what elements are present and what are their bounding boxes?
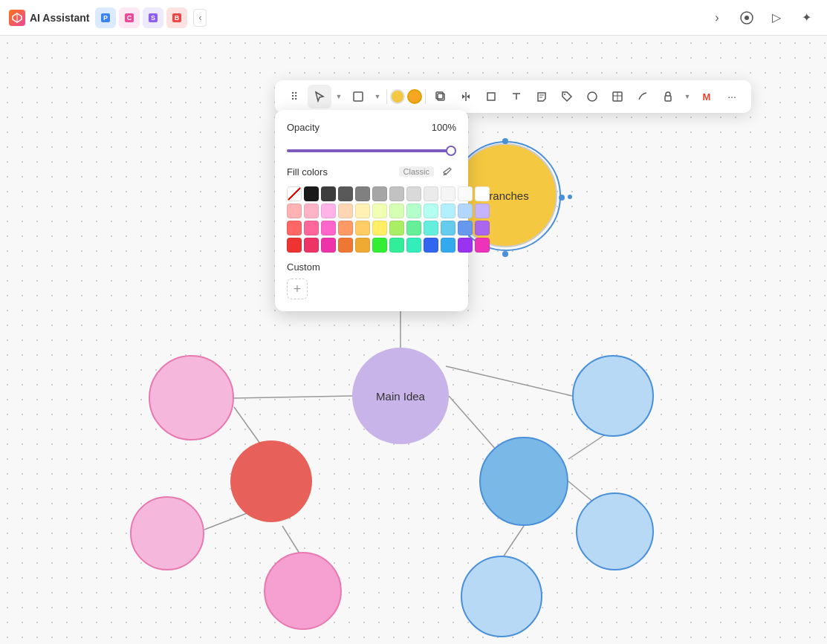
color-mid-red[interactable] [287, 221, 302, 235]
misc-btn[interactable]: ✦ [794, 6, 818, 30]
color-pastel-skyblue[interactable] [458, 204, 473, 218]
share-btn[interactable] [735, 6, 759, 30]
toolbar-shape-tool[interactable] [580, 85, 604, 108]
toolbar-shapes[interactable] [346, 85, 370, 108]
color-pastel-orange[interactable] [338, 204, 353, 218]
header: AI Assistant P C S B ‹ › ▷ ✦ [0, 0, 827, 36]
color-vivid-orange[interactable] [338, 238, 353, 253]
color-pastel-pink[interactable] [304, 204, 319, 218]
svg-marker-26 [462, 94, 465, 99]
toolbar-duplicate[interactable] [429, 85, 453, 108]
opacity-label: Opacity [287, 122, 320, 133]
color-mid-rose[interactable] [321, 221, 336, 235]
color-pastel-lavender[interactable] [475, 204, 490, 218]
app-icon-p[interactable]: P [95, 7, 116, 28]
color-nearwhite[interactable] [458, 186, 473, 201]
color-vivid-pink[interactable] [304, 238, 319, 253]
color-black[interactable] [304, 186, 319, 201]
color-lightgray1[interactable] [389, 186, 404, 201]
color-almostwhite[interactable] [441, 186, 455, 201]
toolbar-table[interactable] [606, 85, 629, 108]
app-icon-b[interactable]: B [166, 7, 187, 28]
toolbar-drag-handle[interactable]: ⠿ [282, 85, 306, 108]
stroke-color-swatch[interactable] [407, 89, 422, 104]
color-pastel-lime[interactable] [389, 204, 404, 218]
toolbar-shapes-dropdown[interactable]: ▼ [372, 85, 383, 108]
color-vivid-skyblue[interactable] [441, 238, 455, 253]
logo-icon [9, 10, 25, 26]
custom-add-btn[interactable]: + [287, 279, 308, 299]
node-blue-large[interactable] [479, 437, 568, 526]
color-mid-pink[interactable] [304, 221, 319, 235]
color-pastel-red[interactable] [287, 204, 302, 218]
color-mid-green[interactable] [406, 221, 421, 235]
header-collapse-btn[interactable]: ‹ [193, 9, 207, 27]
color-mid-blue[interactable] [458, 221, 473, 235]
color-mid-violet[interactable] [475, 221, 490, 235]
node-lightblue-bottom[interactable] [461, 556, 542, 637]
color-vivid-violet[interactable] [475, 238, 490, 253]
app-logo: AI Assistant [9, 10, 89, 26]
toolbar-more[interactable]: ··· [720, 85, 744, 108]
toolbar-crop[interactable] [479, 85, 503, 108]
color-pastel-limeyellow[interactable] [372, 204, 387, 218]
app-icon-s[interactable]: S [143, 7, 163, 28]
fill-colors-header: Fill colors Classic [287, 163, 456, 180]
node-main-idea[interactable]: Main Idea [352, 348, 449, 444]
toolbar-tag[interactable] [555, 85, 579, 108]
fill-color-swatch[interactable] [390, 89, 405, 104]
handle-right-outer [568, 195, 572, 199]
color-mid-teal[interactable] [424, 221, 438, 235]
color-mid-yellow[interactable] [372, 221, 387, 235]
play-btn[interactable]: ▷ [765, 6, 788, 30]
node-pink-bottom-left[interactable] [130, 496, 204, 570]
toolbar-text[interactable] [505, 85, 528, 108]
color-mid-amber[interactable] [355, 221, 370, 235]
color-mid-lime[interactable] [389, 221, 404, 235]
expand-btn[interactable]: › [705, 6, 729, 30]
toolbar-select-tool[interactable] [308, 85, 331, 108]
color-transparent[interactable] [287, 186, 302, 201]
node-red[interactable] [230, 440, 312, 522]
toolbar-brand[interactable]: M [695, 85, 719, 108]
color-white[interactable] [475, 186, 490, 201]
color-vivid-purple[interactable] [458, 238, 473, 253]
color-gray[interactable] [355, 186, 370, 201]
color-mid-cyan[interactable] [441, 221, 455, 235]
color-darkgray2[interactable] [338, 186, 353, 201]
node-lightblue-right[interactable] [576, 492, 654, 570]
app-icon-c[interactable]: C [119, 7, 140, 28]
svg-point-34 [588, 92, 597, 101]
color-vivid-magenta[interactable] [321, 238, 336, 253]
color-pastel-mint[interactable] [424, 204, 438, 218]
color-verylightgray[interactable] [424, 186, 438, 201]
color-vivid-teal[interactable] [389, 238, 404, 253]
toolbar-lock[interactable] [656, 85, 680, 108]
node-pink-bottom-center[interactable] [264, 552, 342, 630]
color-pastel-green[interactable] [406, 204, 421, 218]
color-vivid-red[interactable] [287, 238, 302, 253]
color-vivid-green[interactable] [372, 238, 387, 253]
color-pastel-rose[interactable] [321, 204, 336, 218]
color-pastel-cyan[interactable] [441, 204, 455, 218]
opacity-slider[interactable] [287, 149, 456, 152]
color-pastel-yellow[interactable] [355, 204, 370, 218]
eyedropper-btn[interactable] [438, 163, 456, 180]
color-lightgray2[interactable] [406, 186, 421, 201]
color-medgray[interactable] [372, 186, 387, 201]
toolbar-lock-dropdown[interactable]: ▼ [681, 85, 693, 108]
node-pink-large[interactable] [149, 355, 234, 440]
toolbar-mirror[interactable] [454, 85, 478, 108]
color-darkgray1[interactable] [321, 186, 336, 201]
color-selector[interactable] [390, 89, 422, 104]
svg-point-11 [745, 16, 749, 20]
node-lightblue-top[interactable] [572, 355, 654, 437]
toolbar-select-dropdown[interactable]: ▼ [333, 85, 345, 108]
toolbar-draw[interactable] [631, 85, 655, 108]
color-vivid-cyan[interactable] [406, 238, 421, 253]
color-vivid-blue[interactable] [424, 238, 438, 253]
toolbar-note[interactable] [530, 85, 554, 108]
canvas-area[interactable]: ⠿ ▼ ▼ [0, 36, 827, 644]
color-vivid-amber[interactable] [355, 238, 370, 253]
color-mid-orange[interactable] [338, 221, 353, 235]
